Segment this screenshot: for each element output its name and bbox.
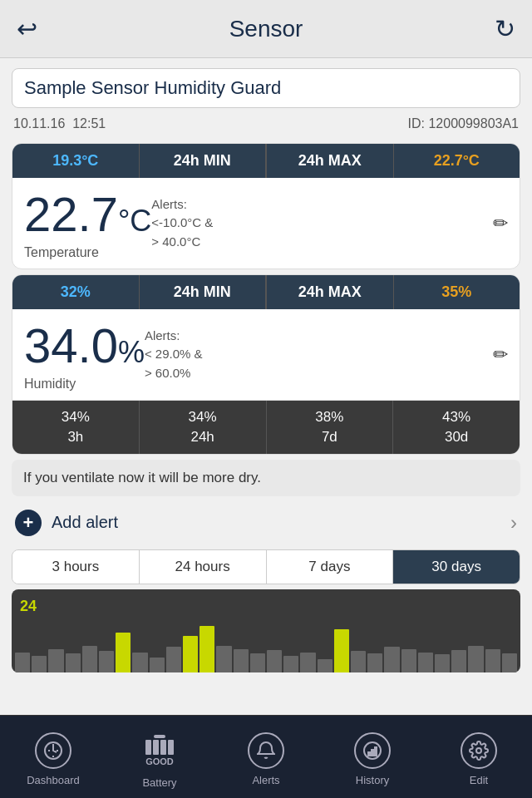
- chart-bar-highlight: [116, 633, 131, 672]
- chart-bar: [401, 649, 416, 672]
- time-range-tabs: 3 hours 24 hours 7 days 30 days: [12, 549, 520, 584]
- temp-min-value: 19.3°C: [12, 144, 139, 178]
- battery-bar-4: [168, 740, 174, 755]
- chart-bar: [150, 658, 165, 672]
- ventilate-message: If you ventilate now it will be more dry…: [12, 460, 520, 496]
- hum-stat-24h: 34%24h: [140, 401, 267, 454]
- add-alert-row[interactable]: + Add alert ›: [12, 501, 520, 544]
- nav-battery[interactable]: GOOD Battery: [106, 725, 213, 789]
- battery-bar-1: [145, 740, 151, 755]
- chart-bar: [82, 646, 97, 672]
- nav-alerts-label: Alerts: [252, 774, 279, 786]
- bottom-nav: Dashboard GOOD Battery Aler: [0, 715, 532, 798]
- nav-edit[interactable]: Edit: [426, 727, 532, 786]
- temp-current-value: 22.7°C: [24, 186, 151, 242]
- chart-bars: [12, 606, 520, 672]
- hum-edit-button[interactable]: ✏: [493, 344, 508, 366]
- page-title: Sensor: [229, 16, 303, 42]
- temperature-card: 19.3°C 24h MIN 24h MAX 22.7°C 22.7°C Tem…: [12, 143, 520, 269]
- svg-rect-4: [375, 747, 377, 756]
- nav-dashboard[interactable]: Dashboard: [0, 727, 106, 786]
- back-button[interactable]: ↩: [17, 14, 37, 43]
- tab-7days[interactable]: 7 days: [267, 550, 394, 584]
- chart-bar: [502, 653, 517, 672]
- add-alert-left: + Add alert: [15, 510, 118, 536]
- chart-bar: [99, 651, 114, 672]
- sensor-datetime: 10.11.16 12:51: [13, 116, 106, 131]
- battery-bar-2: [153, 740, 159, 755]
- chart-bar: [468, 646, 483, 672]
- battery-bars: [145, 740, 174, 755]
- chart-bar-highlight: [200, 626, 214, 672]
- temp-label: Temperature: [24, 245, 151, 260]
- alerts-icon: [248, 732, 284, 769]
- hum-max-value: 35%: [394, 275, 520, 309]
- hum-body: 34.0% Humidity Alerts: < 29.0% & > 60.0%…: [12, 309, 520, 400]
- header: ↩ Sensor ↻: [0, 0, 532, 58]
- chart-bar: [418, 653, 433, 672]
- chart-bar: [166, 647, 181, 672]
- chart-bar: [300, 653, 315, 672]
- hum-min-value: 32%: [12, 275, 139, 309]
- sensor-meta: 10.11.16 12:51 ID: 1200099803A1: [0, 113, 532, 138]
- add-alert-label: Add alert: [52, 513, 118, 532]
- chart-bar: [367, 653, 382, 672]
- chart-bar: [451, 650, 466, 672]
- chevron-right-icon: ›: [510, 511, 517, 534]
- temp-body: 22.7°C Temperature Alerts: <-10.0°C & > …: [12, 178, 520, 268]
- chart-bar: [66, 653, 81, 672]
- tab-24hours[interactable]: 24 hours: [140, 550, 267, 584]
- nav-history-label: History: [356, 774, 389, 786]
- temp-max-label: 24h MAX: [266, 144, 394, 178]
- temp-edit-button[interactable]: ✏: [493, 213, 508, 234]
- nav-history[interactable]: History: [319, 727, 426, 786]
- battery-icon-wrap: GOOD: [145, 735, 174, 766]
- tab-30days[interactable]: 30 days: [393, 550, 520, 584]
- chart-bar: [250, 653, 265, 672]
- nav-edit-label: Edit: [470, 774, 488, 786]
- add-icon: +: [15, 510, 42, 536]
- chart-bar: [15, 653, 30, 672]
- chart-bar: [216, 646, 231, 672]
- edit-gear-icon: [461, 732, 497, 769]
- humidity-stats-row: 34%3h 34%24h 38%7d 43%30d: [12, 400, 520, 454]
- chart-bar: [234, 649, 249, 672]
- temp-main: 22.7°C Temperature: [24, 186, 151, 260]
- hum-stat-7d: 38%7d: [267, 401, 394, 454]
- chart-bar: [283, 656, 298, 672]
- battery-good-label: GOOD: [145, 756, 174, 766]
- chart-bar: [318, 659, 332, 672]
- tab-3hours[interactable]: 3 hours: [12, 550, 140, 584]
- chart-area: 24: [12, 589, 520, 672]
- hum-stat-30d: 43%30d: [393, 401, 520, 454]
- hum-stat-3h: 34%3h: [12, 401, 140, 454]
- chart-bar: [485, 649, 500, 672]
- chart-bar: [384, 647, 399, 672]
- hum-current-value: 34.0%: [24, 318, 145, 373]
- temp-max-value: 22.7°C: [394, 144, 520, 178]
- chart-bar: [351, 651, 366, 672]
- nav-battery-label: Battery: [142, 776, 176, 789]
- hum-header-row: 32% 24h MIN 24h MAX 35%: [12, 275, 520, 309]
- chart-bar: [48, 649, 63, 672]
- hum-alerts: Alerts: < 29.0% & > 60.0%: [145, 327, 485, 383]
- dashboard-icon: [35, 732, 71, 769]
- battery-tip: [154, 735, 165, 738]
- svg-point-5: [476, 748, 481, 753]
- refresh-button[interactable]: ↻: [495, 14, 515, 43]
- sensor-name: Sample Sensor Humidity Guard: [12, 68, 520, 108]
- hum-label: Humidity: [24, 377, 145, 392]
- sensor-id: ID: 1200099803A1: [408, 116, 519, 131]
- history-icon: [354, 732, 391, 769]
- temp-header-row: 19.3°C 24h MIN 24h MAX 22.7°C: [12, 144, 520, 178]
- nav-dashboard-label: Dashboard: [27, 774, 80, 786]
- nav-alerts[interactable]: Alerts: [213, 727, 319, 786]
- chart-bar: [267, 650, 282, 672]
- battery-icon: GOOD: [139, 730, 180, 771]
- chart-bar-highlight: [183, 636, 198, 672]
- chart-bar-highlight: [334, 629, 349, 672]
- svg-rect-2: [368, 752, 370, 756]
- hum-max-label: 24h MAX: [266, 275, 394, 309]
- battery-bar-3: [160, 740, 166, 755]
- humidity-card: 32% 24h MIN 24h MAX 35% 34.0% Humidity A…: [12, 274, 520, 455]
